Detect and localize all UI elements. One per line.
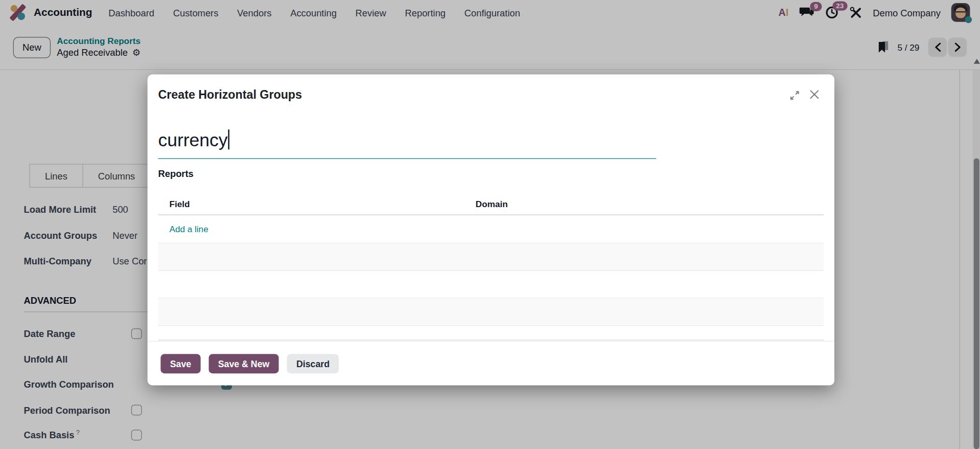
column-header-domain: Domain bbox=[476, 199, 508, 209]
empty-table-row bbox=[158, 326, 824, 340]
discard-button[interactable]: Discard bbox=[287, 354, 339, 373]
column-header-field: Field bbox=[158, 199, 475, 209]
text-caret bbox=[228, 129, 229, 149]
dialog-title: Create Horizontal Groups bbox=[158, 88, 302, 102]
close-icon[interactable] bbox=[809, 89, 820, 100]
app-window: Accounting Dashboard Customers Vendors A… bbox=[0, 0, 980, 449]
save-and-new-button[interactable]: Save & New bbox=[208, 354, 278, 373]
add-line-row: Add a line bbox=[158, 215, 824, 243]
save-button[interactable]: Save bbox=[160, 354, 200, 373]
dialog-footer: Save Save & New Discard bbox=[148, 341, 834, 386]
rules-table: Field Domain Add a line bbox=[158, 193, 824, 340]
add-a-line-link[interactable]: Add a line bbox=[169, 224, 208, 234]
empty-table-row bbox=[158, 243, 824, 271]
create-horizontal-groups-dialog: Create Horizontal Groups currency Report… bbox=[148, 75, 834, 386]
table-header-row: Field Domain bbox=[158, 193, 824, 215]
reports-label: Reports bbox=[158, 168, 193, 179]
group-name-input[interactable]: currency bbox=[158, 129, 656, 159]
empty-table-row bbox=[158, 271, 824, 299]
empty-table-row bbox=[158, 298, 824, 326]
expand-icon[interactable] bbox=[789, 90, 800, 101]
